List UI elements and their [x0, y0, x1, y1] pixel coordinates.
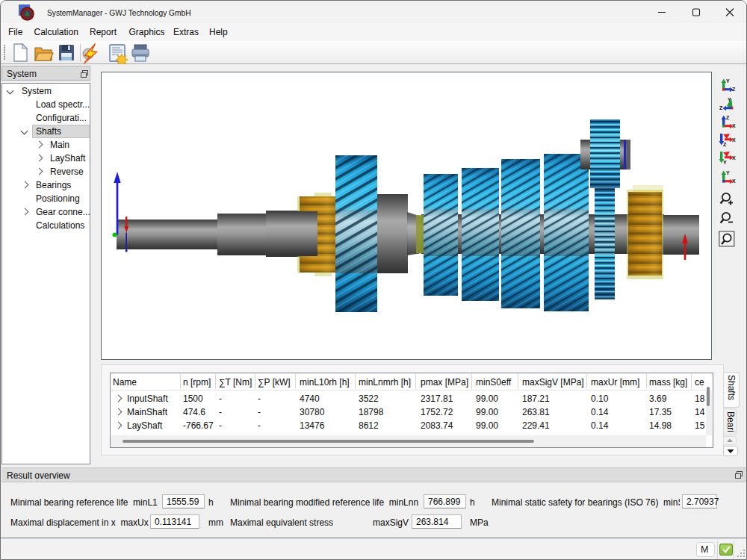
- svg-text:Y: Y: [726, 170, 730, 175]
- svg-text:Y: Y: [723, 160, 727, 165]
- svg-text:Z: Z: [719, 105, 723, 111]
- svg-text:Z: Z: [723, 142, 727, 147]
- svg-text:Z: Z: [726, 115, 730, 120]
- svg-text:Y: Y: [726, 78, 730, 84]
